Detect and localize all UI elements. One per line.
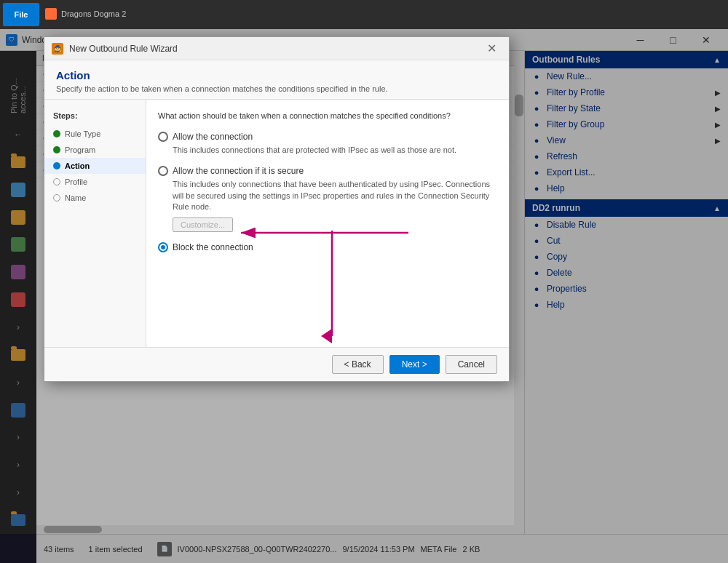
- taskbar-app-title: Dragons Dogma 2: [61, 9, 126, 18]
- radio-label-allow-secure[interactable]: Allow the connection if it is secure: [173, 166, 304, 176]
- new-outbound-rule-dialog: 🧙 New Outbound Rule Wizard ✕ Action Spec…: [44, 36, 510, 382]
- taskbar-app[interactable]: Dragons Dogma 2: [39, 3, 132, 26]
- step-item-rule-type: Rule Type: [44, 126, 146, 142]
- dialog-footer: < Back Next > Cancel: [44, 347, 509, 381]
- step-item-profile: Profile: [44, 174, 146, 190]
- radio-allow[interactable]: [158, 132, 168, 142]
- dialog-close-button[interactable]: ✕: [481, 39, 502, 59]
- dialog-body: Steps: Rule TypeProgramActionProfileName…: [44, 100, 509, 347]
- dialog-question: What action should be taken when a conne…: [158, 111, 497, 120]
- app-icon: [45, 8, 57, 20]
- step-dot: [53, 178, 60, 185]
- dialog-page-title: Action: [56, 69, 497, 81]
- step-dot: [53, 162, 60, 169]
- radio-option-allow-secure: Allow the connection if it is secure Thi…: [158, 166, 497, 231]
- step-dot: [53, 130, 60, 137]
- radio-options: Allow the connection This includes conne…: [158, 132, 497, 252]
- customize-button[interactable]: Customize...: [173, 217, 233, 232]
- back-button[interactable]: < Back: [332, 355, 384, 374]
- radio-option-allow: Allow the connection This includes conne…: [158, 132, 497, 156]
- dialog-overlay: 🧙 New Outbound Rule Wizard ✕ Action Spec…: [0, 0, 728, 563]
- steps-label: Steps:: [44, 111, 146, 126]
- next-button[interactable]: Next >: [389, 355, 440, 374]
- step-item-name: Name: [44, 190, 146, 206]
- radio-block[interactable]: [158, 242, 168, 252]
- dialog-content: What action should be taken when a conne…: [146, 100, 509, 347]
- dialog-icon: 🧙: [52, 43, 63, 55]
- radio-option-block: Block the connection: [158, 242, 497, 252]
- radio-label-block[interactable]: Block the connection: [173, 242, 253, 252]
- dialog-title: New Outbound Rule Wizard: [69, 44, 481, 54]
- steps-list: Rule TypeProgramActionProfileName: [44, 126, 146, 206]
- step-dot: [53, 194, 60, 201]
- dialog-titlebar: 🧙 New Outbound Rule Wizard ✕: [44, 37, 509, 60]
- step-item-program: Program: [44, 142, 146, 158]
- cancel-button[interactable]: Cancel: [446, 355, 497, 374]
- dialog-header: Action Specify the action to be taken wh…: [44, 60, 509, 100]
- taskbar: File Dragons Dogma 2: [0, 0, 728, 29]
- dialog-steps: Steps: Rule TypeProgramActionProfileName: [44, 100, 146, 347]
- radio-allow-secure[interactable]: [158, 166, 168, 176]
- step-item-action: Action: [44, 158, 146, 174]
- start-button[interactable]: File: [3, 3, 39, 26]
- dialog-page-description: Specify the action to be taken when a co…: [56, 84, 497, 93]
- radio-desc-allow: This includes connections that are prote…: [173, 145, 497, 156]
- radio-desc-allow-secure: This includes only connections that have…: [173, 179, 497, 212]
- step-dot: [53, 146, 60, 153]
- radio-label-allow[interactable]: Allow the connection: [173, 132, 253, 142]
